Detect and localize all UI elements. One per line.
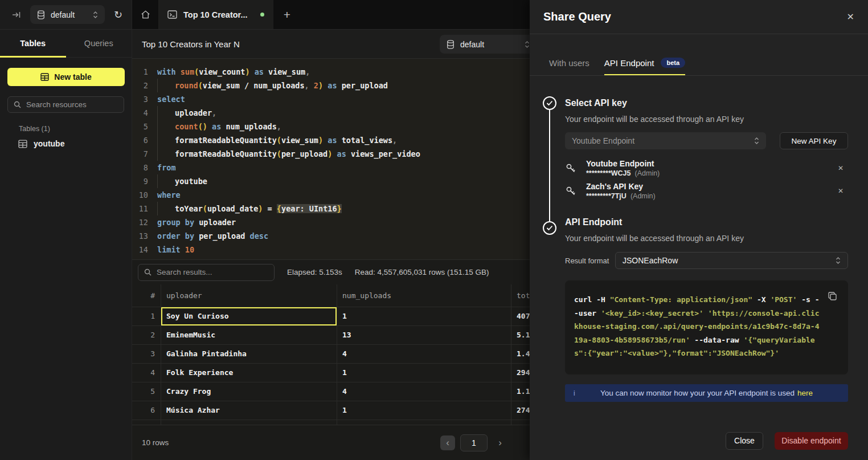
table-cell[interactable]: 4 [337,345,511,363]
api-key-list: Youtube Endpoint*********WCJ5(Admin)✕Zac… [565,157,848,202]
banner-text: You can now monitor how your your API en… [600,389,795,397]
new-tab-button[interactable]: + [273,0,301,29]
banner-here-link[interactable]: here [797,389,813,397]
api-key-masked: *********WCJ5(Admin) [586,169,660,178]
table-cell[interactable]: 294 [511,364,530,382]
unsaved-status-dot [260,13,264,17]
code-line: 9youtube [132,174,530,188]
query-database-selector[interactable]: default [440,35,530,54]
info-icon: i [574,389,575,397]
result-format-value: JSONEachRow [623,256,678,265]
copy-icon[interactable] [828,291,837,301]
search-icon [144,268,152,276]
column-header[interactable]: # [132,284,161,307]
database-icon [447,40,455,49]
row-count: 10 rows [142,438,169,447]
search-results-input[interactable]: Search results... [138,264,275,281]
database-selector[interactable]: default [30,5,105,24]
query-database-value: default [460,40,519,49]
step2-subtitle: Your endpoint will be accessed through a… [565,234,848,243]
collapse-sidebar-icon[interactable] [11,10,22,20]
home-button[interactable] [132,0,159,29]
table-row: 4Folk Experience1294 [132,364,530,382]
stepper-line [549,110,550,222]
key-icon [565,185,578,197]
table-cell[interactable]: Música Azhar [161,401,337,420]
column-header[interactable]: uploader [161,284,337,307]
table-cell[interactable]: 1.4 [511,345,530,363]
table-cell[interactable]: 13 [337,326,511,344]
step1-check-icon [543,96,556,110]
table-cell: 3 [132,345,161,363]
share-panel-tabs: With users API Endpoint beta [530,34,868,76]
code-line: 14limit 10 [132,243,530,257]
table-cell[interactable]: 1 [337,401,511,420]
share-panel-footer: Close Disable endpoint [530,421,868,460]
share-panel-body: Select API key Your endpoint will be acc… [530,76,868,414]
table-cell: 2 [132,326,161,344]
table-cell[interactable]: Crazy Frog [161,382,337,401]
curl-command: curl -H "Content-Type: application/json"… [574,295,820,357]
key-icon [565,162,578,174]
search-resources-input[interactable]: Search resources [7,96,124,113]
sql-editor[interactable]: 1with sum(view_count) as view_sum,2round… [132,59,530,259]
close-panel-icon[interactable]: ✕ [847,11,854,22]
tab-tables[interactable]: Tables [0,30,66,57]
prev-page-button[interactable]: ‹ [440,435,455,450]
table-cell[interactable]: 1.1 [511,382,530,401]
main-pane: Top 10 Creator... + Top 10 Creators in Y… [132,0,530,460]
curl-code-block: curl -H "Content-Type: application/json"… [565,280,848,374]
pagination: ‹ 1 › [440,434,507,451]
remove-key-icon[interactable]: ✕ [838,187,844,195]
chevron-updown-icon [525,40,530,48]
column-header[interactable]: tot [511,284,530,307]
close-button[interactable]: Close [726,432,763,450]
api-key-select-value: Youtube Endpoint [572,136,634,145]
table-cell[interactable]: EminemMusic [161,326,337,344]
next-page-button[interactable]: › [493,435,507,450]
api-key-item[interactable]: Zach's API Key*********7TjU(Admin)✕ [565,180,848,202]
result-format-select[interactable]: JSONEachRow [615,252,848,269]
api-key-item[interactable]: Youtube Endpoint*********WCJ5(Admin)✕ [565,157,848,180]
table-cell[interactable]: 274 [511,401,530,420]
disable-endpoint-button[interactable]: Disable endpoint [775,432,848,450]
new-api-key-button[interactable]: New API Key [780,132,848,149]
chevron-updown-icon [93,11,98,19]
results-footer: 10 rows ‹ 1 › [132,425,530,460]
results-toolbar: Search results... Elapsed: 5.153s Read: … [132,259,530,284]
table-cell[interactable]: 5.1 [511,326,530,344]
table-cell[interactable]: Soy Un Curioso [161,307,337,325]
table-cell[interactable]: 407 [511,307,530,325]
refresh-icon[interactable]: ↻ [114,9,122,21]
tab-queries[interactable]: Queries [66,30,132,57]
table-cell[interactable]: Galinha Pintadinha [161,345,337,363]
code-line: 8from [132,161,530,174]
code-line: 6formatReadableQuantity(view_sum) as tot… [132,133,530,147]
search-resources-placeholder: Search resources [26,100,87,109]
code-line: 2round(view_sum / num_uploads, 2) as per… [132,79,530,92]
sidebar-item-youtube[interactable]: youtube [18,139,132,148]
query-header: Top 10 Creators in Year N default [132,30,530,59]
table-cell[interactable]: Folk Experience [161,364,337,382]
query-tab[interactable]: Top 10 Creator... [159,0,273,29]
read-stat: Read: 4,557,605,031 rows (151.15 GB) [355,268,489,276]
chevron-updown-icon [836,257,841,264]
remove-key-icon[interactable]: ✕ [838,164,844,172]
table-cell[interactable]: 1 [337,307,511,325]
api-key-name: Youtube Endpoint [586,159,660,169]
table-row: 2EminemMusic135.1 [132,326,530,345]
page-number[interactable]: 1 [460,434,488,451]
sidebar-topbar: default ↻ [0,0,132,30]
step1-heading: Select API key [565,98,848,108]
column-header[interactable]: num_uploads [337,284,511,307]
database-selector-value: default [51,10,87,19]
table-cell: 6 [132,401,161,420]
table-cell[interactable]: 4 [337,382,511,401]
tables-section-label: Tables (1) [19,125,132,133]
tab-api-endpoint[interactable]: API Endpoint beta [604,58,685,75]
new-table-button[interactable]: New table [7,68,125,86]
code-line: 1with sum(view_count) as view_sum, [132,65,530,79]
table-cell[interactable]: 1 [337,364,511,382]
api-key-select[interactable]: Youtube Endpoint [565,132,766,149]
tab-with-users[interactable]: With users [549,58,589,75]
